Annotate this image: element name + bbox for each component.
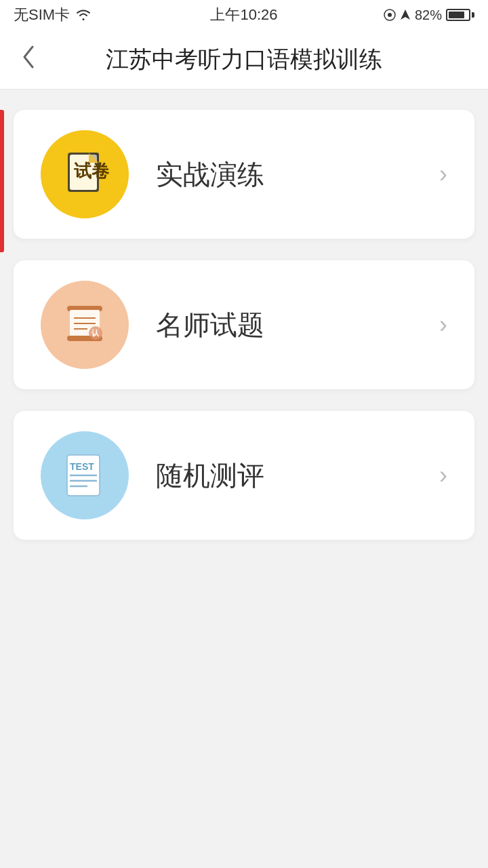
battery-icon (446, 9, 474, 21)
back-button[interactable] (14, 37, 43, 82)
chevron-icon-3: › (439, 461, 447, 490)
accent-bar (0, 110, 4, 252)
status-right: 82% (384, 7, 474, 23)
wifi-icon (75, 9, 92, 21)
svg-text:试卷: 试卷 (74, 161, 110, 181)
chevron-icon-1: › (439, 160, 447, 189)
status-time: 上午10:26 (210, 5, 277, 25)
page-title: 江苏中考听力口语模拟训练 (106, 44, 382, 75)
exam-paper-icon: 试卷 (58, 147, 112, 201)
content-area: 试卷 实战演练 › (0, 90, 488, 582)
suijiceping-label: 随机测评 (156, 457, 439, 494)
menu-item-mingshishiti[interactable]: 认 名师试题 › (14, 260, 474, 389)
svg-text:认: 认 (92, 329, 100, 337)
carrier-label: 无SIM卡 (14, 5, 70, 25)
nav-bar: 江苏中考听力口语模拟训练 (0, 30, 488, 90)
shizhanyanlian-icon-circle: 试卷 (41, 130, 129, 218)
menu-item-suijiceping[interactable]: TEST 随机测评 › (14, 411, 474, 540)
svg-point-1 (388, 13, 392, 17)
chevron-icon-2: › (439, 311, 447, 339)
battery-percent: 82% (415, 7, 442, 23)
svg-text:TEST: TEST (70, 461, 94, 472)
status-left: 无SIM卡 (14, 5, 92, 25)
mingshishiti-icon-circle: 认 (41, 281, 129, 369)
menu-item-shizhanyanlian[interactable]: 试卷 实战演练 › (14, 110, 474, 239)
mingshishiti-label: 名师试题 (156, 307, 439, 344)
test-paper-icon: TEST (58, 448, 112, 502)
lock-icon (384, 9, 396, 21)
shizhanyanlian-label: 实战演练 (156, 156, 439, 193)
suijiceping-icon-circle: TEST (41, 431, 129, 519)
status-bar: 无SIM卡 上午10:26 82% (0, 0, 488, 30)
navigation-icon (400, 9, 411, 21)
scroll-icon: 认 (58, 298, 112, 352)
